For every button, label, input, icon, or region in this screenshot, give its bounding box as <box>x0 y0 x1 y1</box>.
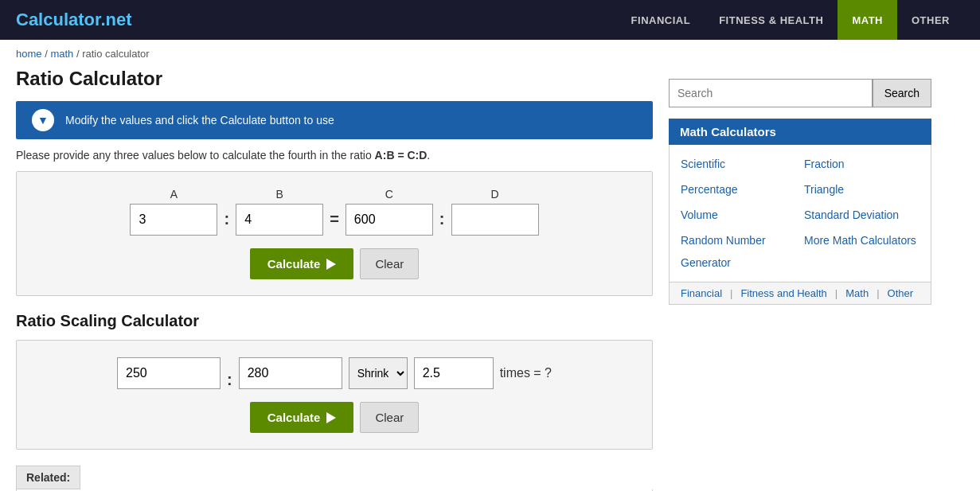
page-title: Ratio Calculator <box>16 68 653 90</box>
nav-math[interactable]: MATH <box>837 0 897 40</box>
input-group-a: A <box>130 188 217 236</box>
clear-button[interactable]: Clear <box>360 248 419 279</box>
calculate-label: Calculate <box>267 257 321 271</box>
ratio-calculator-box: A : B = C : D <box>16 171 653 296</box>
scaling-play-icon <box>326 412 336 423</box>
link-fraction[interactable]: Fraction <box>804 153 919 175</box>
label-c: C <box>385 188 393 201</box>
label-b: B <box>275 188 283 201</box>
main-nav: FINANCIAL FITNESS & HEALTH MATH OTHER <box>617 0 964 40</box>
sidebar-footer-links: Financial | Fitness and Health | Math | … <box>669 283 931 305</box>
info-bar-icon <box>32 109 54 131</box>
scaling-sep: : <box>227 357 232 389</box>
play-icon <box>326 259 336 270</box>
ratio-input-row: A : B = C : D <box>33 188 636 236</box>
label-d: D <box>490 188 498 201</box>
header: Calculator.net FINANCIAL FITNESS & HEALT… <box>0 0 980 40</box>
input-b[interactable] <box>236 204 323 236</box>
scaling-btn-row: Calculate Clear <box>33 402 636 433</box>
breadcrumb-current: ratio calculator <box>82 48 150 60</box>
info-bar: Modify the values and click the Calculat… <box>16 101 653 139</box>
input-d[interactable] <box>451 204 539 236</box>
sep-3: | <box>877 287 879 299</box>
footer-link-fitness[interactable]: Fitness and Health <box>740 287 826 299</box>
logo: Calculator.net <box>16 10 132 30</box>
times-text: times = ? <box>500 366 552 380</box>
main-container: Ratio Calculator Modify the values and c… <box>0 68 980 491</box>
input-a[interactable] <box>130 204 217 236</box>
link-scientific[interactable]: Scientific <box>681 153 796 175</box>
scaling-calculator-box: : Grow Shrink times = ? Calculate Clear <box>16 340 653 450</box>
footer-link-math[interactable]: Math <box>845 287 869 299</box>
label-a: A <box>170 188 178 201</box>
input-c[interactable] <box>346 204 433 236</box>
nav-fitness[interactable]: FITNESS & HEALTH <box>705 0 837 40</box>
link-triangle[interactable]: Triangle <box>804 178 919 201</box>
link-percentage[interactable]: Percentage <box>681 178 796 201</box>
search-input[interactable] <box>669 79 873 107</box>
related-section: Related: Fraction Calculator <box>16 466 653 491</box>
calculate-button[interactable]: Calculate <box>250 248 354 279</box>
sep-2: | <box>835 287 837 299</box>
input-group-c: C <box>346 188 433 236</box>
formula-text: A:B = C:D <box>375 149 428 162</box>
link-volume[interactable]: Volume <box>681 204 796 226</box>
instruction-text: Please provide any three values below to… <box>16 149 653 162</box>
nav-other[interactable]: OTHER <box>897 0 964 40</box>
footer-link-financial[interactable]: Financial <box>681 287 722 299</box>
related-label: Related: <box>16 466 80 489</box>
scaling-input-row: : Grow Shrink times = ? <box>33 357 636 389</box>
input-group-b: B <box>236 188 323 236</box>
breadcrumb-home[interactable]: home <box>16 48 42 60</box>
nav-financial[interactable]: FINANCIAL <box>617 0 705 40</box>
logo-net: net <box>106 10 132 29</box>
footer-link-other[interactable]: Other <box>888 287 914 299</box>
content-area: Ratio Calculator Modify the values and c… <box>16 68 653 491</box>
sep-ab: : <box>224 196 229 228</box>
scaling-result-input[interactable] <box>414 357 494 389</box>
breadcrumb-math[interactable]: math <box>50 48 73 60</box>
link-standard-deviation[interactable]: Standard Deviation <box>804 204 919 226</box>
scaling-input-left[interactable] <box>117 357 221 389</box>
eq-sign: = <box>330 196 339 228</box>
search-row: Search <box>669 79 931 107</box>
input-group-d: D <box>451 188 539 236</box>
sep-cd: : <box>439 196 445 228</box>
scaling-operation-select[interactable]: Grow Shrink <box>349 357 408 389</box>
search-button[interactable]: Search <box>873 79 931 107</box>
logo-text: Calculator <box>16 10 100 29</box>
sep-1: | <box>730 287 732 299</box>
scaling-clear-button[interactable]: Clear <box>360 402 419 433</box>
scaling-input-right[interactable] <box>239 357 342 389</box>
info-bar-text: Modify the values and click the Calculat… <box>65 114 334 127</box>
scaling-calculate-label: Calculate <box>267 411 321 424</box>
math-calc-header: Math Calculators <box>669 119 931 145</box>
scaling-calculate-button[interactable]: Calculate <box>250 402 354 433</box>
math-calc-grid: Scientific Fraction Percentage Triangle … <box>681 153 919 274</box>
sidebar: Search Math Calculators Scientific Fract… <box>669 68 931 491</box>
link-random-number[interactable]: Random Number Generator <box>681 229 796 274</box>
ratio-btn-row: Calculate Clear <box>33 248 636 279</box>
link-more-math[interactable]: More Math Calculators <box>804 229 919 274</box>
breadcrumb: home / math / ratio calculator <box>0 40 980 68</box>
scaling-title: Ratio Scaling Calculator <box>16 312 653 330</box>
math-calc-body: Scientific Fraction Percentage Triangle … <box>669 145 931 283</box>
